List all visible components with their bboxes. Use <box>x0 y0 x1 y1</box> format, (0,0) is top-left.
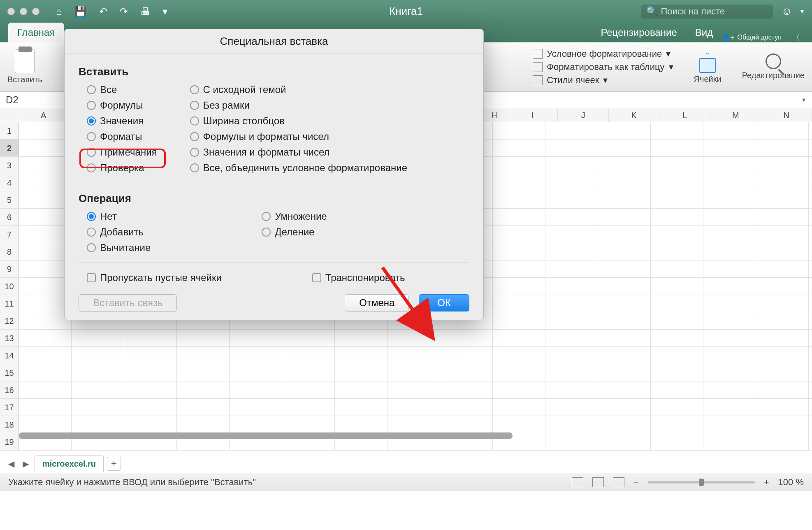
cell[interactable] <box>493 209 545 225</box>
row-header[interactable]: 6 <box>0 209 19 225</box>
tab-home[interactable]: Главная <box>8 23 64 42</box>
cell[interactable] <box>703 381 756 398</box>
paste-radio[interactable]: С исходной темой <box>190 84 407 95</box>
zoom-dot[interactable] <box>32 8 39 15</box>
cell[interactable] <box>440 416 493 433</box>
cell[interactable] <box>651 416 703 433</box>
cell[interactable] <box>387 364 440 381</box>
minimize-dot[interactable] <box>20 8 27 15</box>
row-header[interactable]: 12 <box>0 312 19 329</box>
cell[interactable] <box>440 381 493 398</box>
paste-radio[interactable]: Все, объединить условное форматирование <box>190 162 407 174</box>
cell[interactable] <box>598 399 651 416</box>
cell[interactable] <box>598 381 651 398</box>
paste-radio[interactable]: Формулы и форматы чисел <box>190 131 407 142</box>
cell[interactable] <box>703 416 756 433</box>
row-header[interactable]: 4 <box>0 174 19 191</box>
cell[interactable] <box>177 364 230 381</box>
cell[interactable] <box>19 364 72 381</box>
cell[interactable] <box>651 347 703 364</box>
cell[interactable] <box>651 330 703 346</box>
cell[interactable] <box>19 122 72 139</box>
cell-styles[interactable]: Стили ячеек▾ <box>533 75 673 86</box>
cell[interactable] <box>703 157 756 174</box>
row-header[interactable]: 14 <box>0 347 19 364</box>
cell[interactable] <box>703 260 756 277</box>
cell[interactable] <box>703 174 756 191</box>
cell[interactable] <box>387 399 440 416</box>
cell[interactable] <box>545 364 598 381</box>
cell[interactable] <box>493 330 545 346</box>
cell[interactable] <box>545 209 598 225</box>
cell[interactable] <box>651 260 703 277</box>
row-header[interactable]: 19 <box>0 433 19 450</box>
zoom-level[interactable]: 100 % <box>778 477 804 488</box>
cell[interactable] <box>387 416 440 433</box>
cell[interactable] <box>282 416 335 433</box>
cell[interactable] <box>19 226 72 243</box>
cell[interactable] <box>598 122 651 139</box>
close-dot[interactable] <box>7 8 15 15</box>
view-page-layout-icon[interactable] <box>592 477 604 487</box>
paste-radio[interactable]: Ширина столбцов <box>190 115 407 127</box>
paste-group[interactable]: Вставить <box>7 49 42 84</box>
cell[interactable] <box>493 416 545 433</box>
cell[interactable] <box>545 226 598 243</box>
cell[interactable] <box>19 278 72 295</box>
cell[interactable] <box>124 416 177 433</box>
cell[interactable] <box>756 278 809 295</box>
cell[interactable] <box>493 278 545 295</box>
cells-group[interactable]: ↔ Ячейки <box>694 50 722 84</box>
operation-radio[interactable]: Добавить <box>87 226 151 238</box>
cell[interactable] <box>651 209 703 225</box>
row-header[interactable]: 5 <box>0 191 19 208</box>
transpose-checkbox[interactable]: Транспонировать <box>312 272 405 284</box>
cell[interactable] <box>493 312 545 329</box>
cell[interactable] <box>19 295 72 312</box>
cell[interactable] <box>703 312 756 329</box>
cell[interactable] <box>545 381 598 398</box>
cell[interactable] <box>230 364 282 381</box>
cell[interactable] <box>72 364 124 381</box>
cell[interactable] <box>651 226 703 243</box>
cell[interactable] <box>703 347 756 364</box>
cell[interactable] <box>598 364 651 381</box>
cell[interactable] <box>493 226 545 243</box>
cell[interactable] <box>493 243 545 260</box>
row-header[interactable]: 8 <box>0 243 19 260</box>
cell[interactable] <box>756 381 809 398</box>
cell[interactable] <box>493 191 545 208</box>
cell[interactable] <box>598 209 651 225</box>
cell[interactable] <box>756 312 809 329</box>
cell[interactable] <box>493 381 545 398</box>
cell[interactable] <box>545 433 598 450</box>
print-icon[interactable]: 🖶 <box>140 6 150 17</box>
cell[interactable] <box>545 278 598 295</box>
col-header[interactable]: H <box>482 108 507 122</box>
cell[interactable] <box>230 399 282 416</box>
cell[interactable] <box>19 174 72 191</box>
cell[interactable] <box>756 209 809 225</box>
cell[interactable] <box>598 278 651 295</box>
cell[interactable] <box>598 295 651 312</box>
cell[interactable] <box>124 381 177 398</box>
zoom-slider[interactable] <box>648 481 755 484</box>
cell[interactable] <box>756 364 809 381</box>
cell[interactable] <box>545 174 598 191</box>
grid-row[interactable]: 16 <box>0 381 812 399</box>
cell[interactable] <box>19 416 72 433</box>
row-header[interactable]: 2 <box>0 139 19 156</box>
cell[interactable] <box>230 381 282 398</box>
cell[interactable] <box>19 139 72 156</box>
cell[interactable] <box>545 399 598 416</box>
cell[interactable] <box>124 364 177 381</box>
ribbon-collapse-icon[interactable]: 〈 <box>792 33 800 42</box>
row-header[interactable]: 15 <box>0 364 19 381</box>
cell[interactable] <box>703 295 756 312</box>
feedback-icon[interactable]: ☺ <box>781 5 792 18</box>
redo-icon[interactable]: ↷ <box>120 6 128 17</box>
cell[interactable] <box>545 260 598 277</box>
col-header[interactable]: K <box>609 108 660 122</box>
cell[interactable] <box>493 174 545 191</box>
cell[interactable] <box>651 433 703 450</box>
